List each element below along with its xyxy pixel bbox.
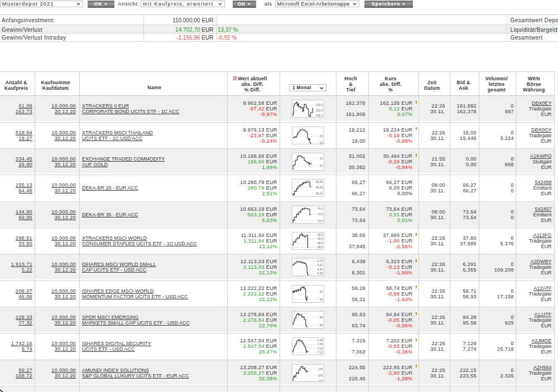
svg-text:66,25: 66,25 (315, 186, 323, 189)
svg-text:6,75: 6,75 (317, 259, 323, 263)
svg-text:59: 59 (319, 298, 323, 301)
svg-text:39,0: 39,0 (317, 237, 323, 240)
svg-text:7,50: 7,50 (317, 338, 323, 342)
svg-text:6,62: 6,62 (317, 264, 323, 267)
svg-text:7,12: 7,12 (317, 351, 323, 355)
svg-text:30: 30 (319, 164, 323, 167)
svg-text:38,5: 38,5 (317, 241, 323, 245)
svg-text:7,38: 7,38 (317, 343, 323, 346)
svg-text:162,5: 162,5 (315, 109, 323, 112)
svg-text:162,0: 162,0 (315, 114, 323, 117)
svg-text:96: 96 (319, 323, 323, 327)
svg-text:66,50: 66,50 (315, 180, 323, 183)
svg-text:163,0: 163,0 (315, 103, 323, 107)
svg-text:66,00: 66,00 (315, 192, 323, 195)
svg-text:19: 19 (319, 141, 323, 144)
svg-text:230: 230 (318, 367, 323, 371)
svg-text:20: 20 (319, 134, 323, 138)
svg-text:60: 60 (319, 290, 323, 293)
svg-text:38,0: 38,0 (317, 245, 323, 249)
svg-text:6,50: 6,50 (317, 268, 323, 271)
svg-text:39,5: 39,5 (317, 233, 323, 236)
svg-text:6,38: 6,38 (317, 272, 323, 275)
svg-text:73,5: 73,5 (317, 212, 323, 216)
svg-text:225: 225 (318, 374, 323, 377)
svg-text:220: 220 (318, 379, 323, 381)
svg-text:31: 31 (319, 157, 323, 160)
svg-text:98: 98 (319, 316, 323, 319)
svg-text:74,0: 74,0 (317, 207, 323, 210)
svg-text:73,0: 73,0 (317, 219, 323, 222)
svg-text:7,25: 7,25 (317, 347, 323, 350)
